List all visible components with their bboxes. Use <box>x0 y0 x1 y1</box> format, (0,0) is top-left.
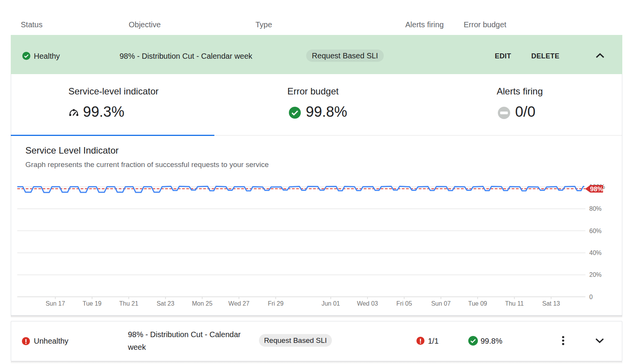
svg-text:60%: 60% <box>589 228 602 234</box>
svg-text:Sun 07: Sun 07 <box>431 300 451 307</box>
svg-text:Fri 05: Fri 05 <box>396 300 412 307</box>
svg-text:80%: 80% <box>589 205 602 212</box>
svg-text:Thu 11: Thu 11 <box>505 300 524 307</box>
svg-text:Sun 17: Sun 17 <box>46 300 65 307</box>
svg-text:Fri 29: Fri 29 <box>268 300 284 307</box>
svg-text:Wed 03: Wed 03 <box>357 300 378 307</box>
svg-text:Mon 25: Mon 25 <box>192 300 212 307</box>
svg-text:98%: 98% <box>590 185 603 193</box>
svg-text:Tue 19: Tue 19 <box>83 300 101 307</box>
svg-text:40%: 40% <box>589 250 602 256</box>
svg-text:0: 0 <box>589 294 593 300</box>
svg-text:Jun 01: Jun 01 <box>322 300 340 307</box>
svg-text:Wed 27: Wed 27 <box>229 300 250 307</box>
svg-text:Thu 21: Thu 21 <box>119 300 138 307</box>
svg-text:20%: 20% <box>589 271 602 278</box>
svg-text:Sat 23: Sat 23 <box>157 300 174 307</box>
svg-text:Tue 09: Tue 09 <box>468 300 487 307</box>
svg-text:Sat 13: Sat 13 <box>542 300 560 307</box>
